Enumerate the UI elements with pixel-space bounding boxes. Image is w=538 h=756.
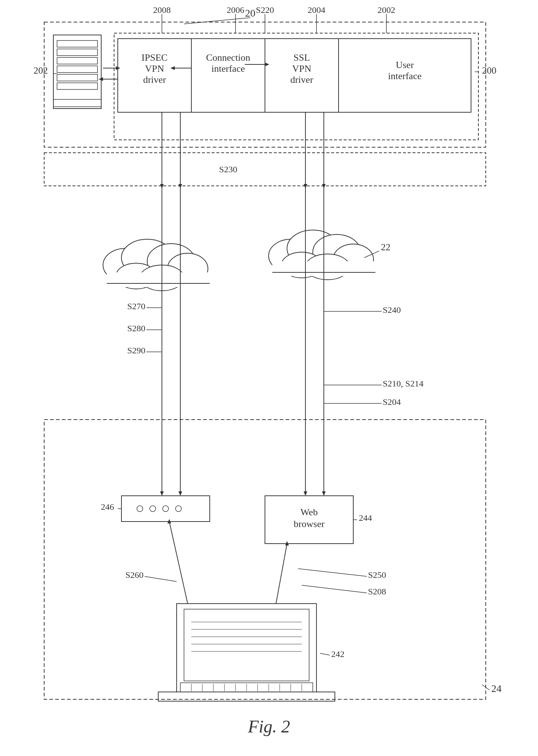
- fig-label: Fig. 2: [248, 717, 290, 736]
- ssl-vpn-label: SSL: [294, 52, 310, 63]
- label-2008: 2008: [153, 5, 171, 15]
- diagram: 20 202 200 2008 2006 S220 2004 2002 IPSE…: [0, 0, 538, 756]
- label-22: 22: [381, 242, 390, 252]
- label-s220: S220: [256, 5, 274, 15]
- label-s270: S270: [127, 301, 145, 311]
- label-s204: S204: [383, 397, 401, 407]
- label-s240: S240: [383, 305, 401, 315]
- label-2002: 2002: [378, 5, 395, 15]
- label-s210-s214: S210, S214: [383, 379, 424, 388]
- conn-iface-label2: interface: [212, 63, 245, 74]
- label-246: 246: [101, 502, 114, 512]
- label-242: 242: [331, 649, 344, 659]
- svg-rect-77: [121, 496, 210, 522]
- label-s208: S208: [368, 587, 386, 596]
- ipsec-vpn-label3: driver: [143, 74, 166, 85]
- label-s230: S230: [219, 165, 237, 174]
- ssl-vpn-label3: driver: [290, 74, 313, 85]
- label-200: 200: [482, 65, 496, 76]
- label-2006: 2006: [227, 5, 244, 15]
- user-iface-label: User: [396, 60, 414, 70]
- label-24: 24: [491, 683, 502, 694]
- label-s260: S260: [125, 570, 144, 580]
- label-s280: S280: [127, 324, 145, 333]
- label-2004: 2004: [308, 5, 325, 15]
- web-browser-label: Web: [301, 507, 318, 517]
- label-s290: S290: [127, 346, 145, 355]
- label-202: 202: [33, 65, 48, 76]
- conn-iface-label: Connection: [206, 52, 250, 63]
- label-20: 20: [245, 7, 255, 19]
- label-244: 244: [359, 513, 372, 523]
- ipsec-vpn-label2: VPN: [145, 63, 164, 74]
- ssl-vpn-label2: VPN: [292, 63, 311, 74]
- web-browser-label2: browser: [294, 519, 325, 529]
- svg-rect-46: [107, 272, 210, 287]
- ipsec-vpn-label: IPSEC: [142, 52, 168, 63]
- label-s250: S250: [368, 570, 386, 580]
- user-iface-label2: interface: [388, 71, 422, 81]
- svg-rect-0: [0, 0, 538, 756]
